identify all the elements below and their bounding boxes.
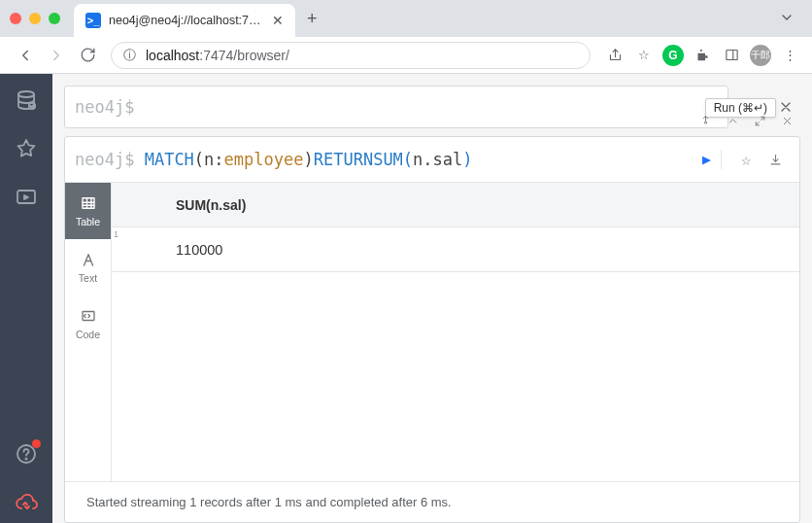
address-bar[interactable]: ⓘ localhost :7474/browser/ bbox=[111, 42, 591, 69]
result-footer: Started streaming 1 records after 1 ms a… bbox=[65, 481, 799, 522]
favorite-query-icon[interactable]: ☆ bbox=[731, 145, 761, 174]
help-icon[interactable] bbox=[14, 441, 39, 467]
extensions-icon[interactable] bbox=[692, 45, 713, 66]
table-header: SUM(n.sal) bbox=[112, 183, 799, 227]
cypher-text: (n: bbox=[194, 150, 224, 169]
menu-icon[interactable]: ⋮ bbox=[779, 45, 800, 66]
view-tab-label: Text bbox=[79, 272, 97, 284]
browser-tab[interactable]: >_ neo4j@neo4j://localhost:7687 ✕ bbox=[74, 4, 295, 37]
close-tab-icon[interactable]: ✕ bbox=[272, 13, 284, 28]
url-host: localhost bbox=[146, 48, 199, 63]
view-tab-code[interactable]: Code bbox=[65, 296, 111, 352]
row-number: 1 bbox=[114, 229, 118, 239]
view-tab-table[interactable]: Table bbox=[65, 183, 111, 239]
window-controls bbox=[10, 13, 60, 24]
view-tab-label: Code bbox=[76, 329, 100, 340]
cypher-text: ) bbox=[303, 150, 313, 169]
view-tabs: Table Text Code bbox=[65, 183, 112, 481]
app: neo4j$ ▶ Run (⌘↵) neo4j$ bbox=[0, 74, 812, 523]
rerun-button[interactable]: ▶ bbox=[702, 151, 711, 168]
pin-icon[interactable] bbox=[694, 110, 716, 131]
cypher-label: employee bbox=[224, 150, 304, 169]
cypher-function: ) bbox=[462, 150, 472, 169]
terminal-icon: >_ bbox=[85, 13, 101, 28]
back-button[interactable] bbox=[12, 42, 39, 69]
result-table: SUM(n.sal) 1 110000 bbox=[112, 183, 799, 481]
grammarly-extension-icon[interactable]: G bbox=[662, 45, 684, 66]
cypher-arg: n.sal bbox=[413, 150, 462, 169]
profile-avatar[interactable]: 千郎 bbox=[750, 45, 771, 66]
database-icon[interactable] bbox=[14, 87, 39, 113]
column-header: SUM(n.sal) bbox=[127, 197, 246, 213]
tab-strip: >_ neo4j@neo4j://localhost:7687 ✕ + bbox=[0, 0, 812, 37]
close-window-button[interactable] bbox=[10, 13, 21, 24]
minimize-window-button[interactable] bbox=[29, 13, 41, 24]
result-body: Table Text Code SUM(n.sal) bbox=[65, 183, 799, 481]
favorites-star-icon[interactable] bbox=[14, 136, 39, 161]
editor-prompt: neo4j$ bbox=[75, 97, 134, 117]
cypher-keyword: MATCH bbox=[145, 150, 194, 169]
main-pane: neo4j$ ▶ Run (⌘↵) neo4j$ bbox=[52, 74, 812, 523]
guides-monitor-icon[interactable] bbox=[14, 185, 39, 210]
close-card-icon[interactable] bbox=[776, 110, 797, 131]
cloud-sync-icon[interactable] bbox=[14, 490, 39, 515]
view-tab-label: Table bbox=[76, 216, 100, 227]
share-icon[interactable] bbox=[604, 45, 626, 66]
svg-point-6 bbox=[704, 122, 706, 123]
site-info-icon[interactable]: ⓘ bbox=[123, 47, 136, 64]
collapse-icon[interactable] bbox=[722, 110, 743, 131]
fullscreen-icon[interactable] bbox=[749, 110, 770, 131]
svg-rect-7 bbox=[83, 198, 94, 209]
command-editor[interactable]: neo4j$ ▶ bbox=[64, 86, 728, 128]
bookmark-star-icon[interactable]: ☆ bbox=[633, 45, 655, 66]
download-icon[interactable] bbox=[761, 145, 790, 174]
browser-chrome: >_ neo4j@neo4j://localhost:7687 ✕ + ⓘ lo… bbox=[0, 0, 812, 74]
view-tab-text[interactable]: Text bbox=[65, 239, 111, 296]
maximize-window-button[interactable] bbox=[49, 13, 60, 24]
left-rail bbox=[0, 74, 52, 523]
notification-dot-icon bbox=[32, 439, 41, 448]
table-row: 1 110000 bbox=[112, 227, 799, 272]
result-query-display: neo4j$ MATCH (n:employee) RETURN SUM(n.s… bbox=[65, 137, 799, 183]
cypher-function: SUM( bbox=[373, 150, 413, 169]
tabs-dropdown-icon[interactable] bbox=[779, 10, 795, 28]
svg-point-1 bbox=[18, 91, 34, 97]
result-card: Run (⌘↵) neo4j$ MATCH (n:employee) RETUR… bbox=[64, 136, 800, 523]
command-editor-row: neo4j$ ▶ bbox=[64, 86, 800, 128]
side-panel-icon[interactable] bbox=[721, 45, 742, 66]
svg-point-5 bbox=[25, 458, 26, 459]
forward-button[interactable] bbox=[43, 42, 70, 69]
new-tab-button[interactable]: + bbox=[307, 9, 318, 29]
cell-value: 110000 bbox=[112, 242, 222, 258]
svg-rect-0 bbox=[726, 51, 736, 60]
result-prompt: neo4j$ bbox=[75, 150, 134, 169]
url-path: :7474/browser/ bbox=[199, 48, 289, 63]
reload-button[interactable] bbox=[74, 42, 101, 69]
card-toolbar bbox=[694, 110, 797, 131]
tab-title: neo4j@neo4j://localhost:7687 bbox=[109, 14, 264, 27]
cypher-keyword: RETURN bbox=[314, 150, 373, 169]
toolbar: ⓘ localhost :7474/browser/ ☆ G 千郎 ⋮ bbox=[0, 37, 812, 74]
